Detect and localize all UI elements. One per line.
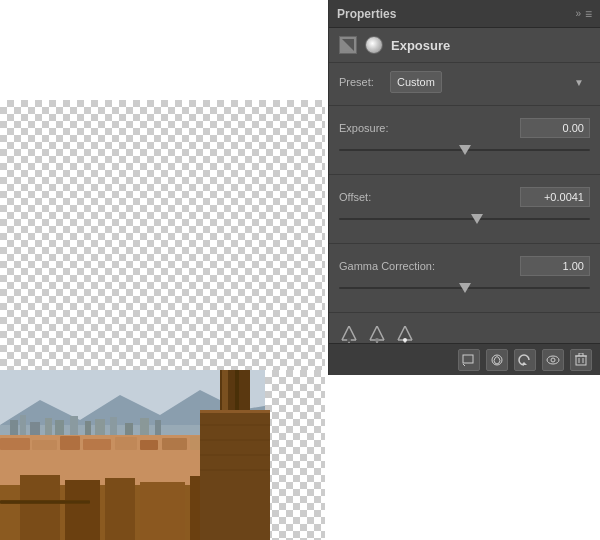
- gamma-slider-row: [339, 280, 590, 296]
- exposure-label: Exposure:: [339, 122, 389, 134]
- svg-rect-10: [95, 419, 105, 435]
- panel-title: Properties: [337, 7, 396, 21]
- canvas-area: [0, 0, 325, 540]
- svg-line-49: [370, 326, 377, 340]
- exposure-section: Exposure: 0.00: [329, 110, 600, 170]
- gamma-control-row: Gamma Correction: 1.00: [339, 256, 590, 276]
- transparent-area-top: [0, 100, 325, 370]
- svg-line-55: [405, 326, 412, 340]
- preset-select[interactable]: Custom: [390, 71, 442, 93]
- offset-slider-thumb[interactable]: [471, 214, 483, 224]
- exposure-slider-row: [339, 142, 590, 158]
- svg-rect-4: [20, 415, 26, 435]
- svg-rect-12: [125, 423, 133, 435]
- svg-rect-59: [463, 355, 473, 363]
- exposure-header: Exposure: [329, 28, 600, 63]
- panel-header-icons: » ≡: [575, 7, 592, 21]
- gamma-value[interactable]: 1.00: [520, 256, 590, 276]
- svg-rect-21: [140, 440, 158, 450]
- view-button[interactable]: [542, 349, 564, 371]
- offset-control-row: Offset: +0.0041: [339, 187, 590, 207]
- gamma-section: Gamma Correction: 1.00: [329, 248, 600, 308]
- svg-point-48: [347, 338, 351, 342]
- svg-rect-7: [55, 420, 64, 435]
- divider-3: [329, 243, 600, 244]
- svg-rect-8: [70, 416, 78, 435]
- offset-section: Offset: +0.0041: [329, 179, 600, 239]
- svg-rect-27: [65, 480, 100, 540]
- divider-1: [329, 105, 600, 106]
- svg-rect-11: [110, 417, 117, 435]
- svg-marker-43: [342, 39, 354, 51]
- svg-rect-16: [0, 438, 30, 450]
- offset-value[interactable]: +0.0041: [520, 187, 590, 207]
- svg-rect-28: [105, 478, 135, 540]
- exposure-mask-icon[interactable]: [339, 36, 357, 54]
- exposure-adjust-icon[interactable]: [365, 36, 383, 54]
- svg-rect-29: [140, 482, 185, 540]
- reset-button[interactable]: [514, 349, 536, 371]
- bottom-toolbar: [329, 343, 600, 375]
- divider-2: [329, 174, 600, 175]
- svg-line-44: [342, 326, 349, 340]
- exposure-control-row: Exposure: 0.00: [339, 118, 590, 138]
- gamma-slider-track: [339, 287, 590, 289]
- svg-rect-9: [85, 421, 91, 435]
- svg-rect-18: [60, 436, 80, 450]
- svg-point-58: [403, 338, 407, 342]
- expand-icon[interactable]: »: [575, 8, 581, 19]
- svg-rect-13: [140, 418, 149, 435]
- svg-point-63: [551, 358, 555, 362]
- svg-rect-5: [30, 422, 40, 435]
- exposure-title: Exposure: [391, 38, 450, 53]
- chimney-overlay: [200, 370, 270, 540]
- properties-panel: Properties » ≡ Exposure Preset: Custom ▼: [328, 0, 600, 375]
- svg-rect-36: [200, 410, 270, 540]
- svg-rect-26: [20, 475, 60, 540]
- svg-rect-14: [155, 420, 161, 435]
- svg-rect-22: [162, 438, 187, 450]
- apply-button[interactable]: [458, 349, 480, 371]
- svg-rect-37: [200, 410, 270, 413]
- exposure-slider-thumb[interactable]: [459, 145, 471, 155]
- svg-rect-19: [83, 439, 111, 450]
- preset-row: Preset: Custom ▼: [329, 63, 600, 101]
- svg-point-62: [547, 356, 559, 364]
- menu-icon[interactable]: ≡: [585, 7, 592, 21]
- svg-rect-17: [32, 440, 57, 450]
- svg-line-50: [377, 326, 384, 340]
- offset-slider-track: [339, 218, 590, 220]
- svg-rect-3: [10, 420, 18, 435]
- preset-label: Preset:: [339, 76, 384, 88]
- svg-marker-61: [521, 362, 527, 365]
- svg-rect-20: [115, 437, 137, 450]
- gamma-label: Gamma Correction:: [339, 260, 435, 272]
- panel-header: Properties » ≡: [329, 0, 600, 28]
- offset-slider-row: [339, 211, 590, 227]
- exposure-value[interactable]: 0.00: [520, 118, 590, 138]
- gamma-slider-thumb[interactable]: [459, 283, 471, 293]
- svg-rect-6: [45, 418, 52, 435]
- svg-line-54: [398, 326, 405, 340]
- svg-point-53: [375, 338, 379, 342]
- delete-button[interactable]: [570, 349, 592, 371]
- clip-black-button[interactable]: [486, 349, 508, 371]
- divider-4: [329, 312, 600, 313]
- preset-select-wrapper: Custom ▼: [390, 71, 590, 93]
- offset-label: Offset:: [339, 191, 371, 203]
- svg-rect-64: [576, 356, 586, 365]
- exposure-slider-track: [339, 149, 590, 151]
- select-arrow-icon: ▼: [574, 77, 584, 88]
- transparent-area-bottom-right: [265, 370, 325, 540]
- svg-line-45: [349, 326, 356, 340]
